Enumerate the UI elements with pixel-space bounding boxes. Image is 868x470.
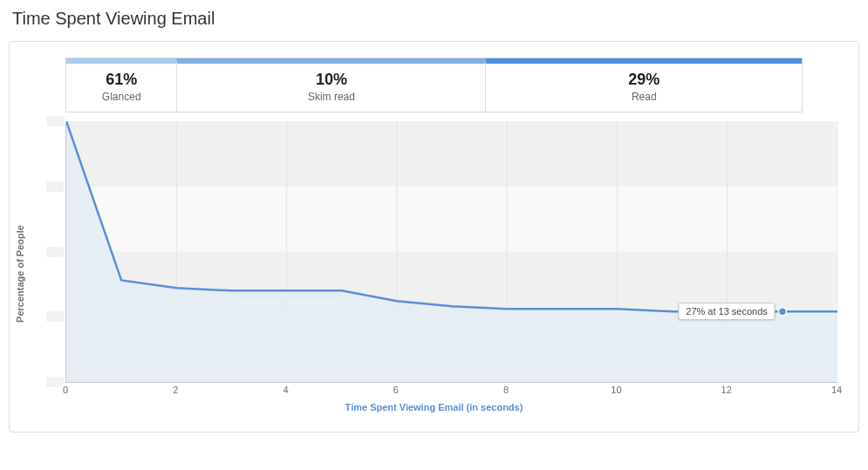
plot-region: 27% at 13 seconds bbox=[65, 121, 837, 383]
summary-pct: 29% bbox=[489, 71, 797, 89]
y-tick-stub bbox=[46, 247, 64, 257]
summary-cell-skim-read: 10%Skim read bbox=[176, 58, 485, 112]
summary-label: Read bbox=[489, 91, 797, 103]
summary-label: Glanced bbox=[70, 91, 173, 103]
x-tick: 0 bbox=[63, 385, 68, 395]
y-tick-stub bbox=[46, 311, 64, 322]
summary-label: Skim read bbox=[181, 91, 482, 103]
svg-rect-0 bbox=[66, 121, 837, 187]
summary-cell-glanced: 61%Glanced bbox=[66, 58, 176, 112]
y-tick-stub bbox=[46, 116, 64, 126]
engagement-summary: 61%Glanced10%Skim read29%Read bbox=[65, 58, 803, 112]
x-tick: 14 bbox=[831, 385, 842, 395]
x-tick: 10 bbox=[611, 385, 621, 395]
chart-panel: 61%Glanced10%Skim read29%Read Percentage… bbox=[9, 41, 859, 433]
y-tick-stub bbox=[46, 181, 64, 192]
summary-cell-read: 29%Read bbox=[485, 58, 801, 112]
svg-point-12 bbox=[778, 308, 786, 316]
x-tick: 4 bbox=[284, 385, 289, 395]
y-axis-title: Percentage of People bbox=[15, 225, 25, 323]
x-axis-title: Time Spent Viewing Email (in seconds) bbox=[25, 402, 843, 412]
x-axis-ticks: 02468101214 bbox=[65, 385, 837, 400]
page-title: Time Spent Viewing Email bbox=[0, 0, 868, 41]
y-tick-stub bbox=[46, 377, 64, 387]
data-point-tooltip: 27% at 13 seconds bbox=[678, 303, 776, 320]
svg-rect-1 bbox=[66, 187, 837, 252]
x-tick: 12 bbox=[721, 385, 732, 395]
summary-pct: 10% bbox=[181, 71, 482, 89]
x-tick: 8 bbox=[503, 385, 509, 395]
chart-area: Percentage of People 27% at 13 seconds 0… bbox=[25, 121, 843, 426]
x-tick: 6 bbox=[393, 385, 399, 395]
summary-pct: 61% bbox=[70, 71, 173, 89]
x-tick: 2 bbox=[173, 385, 178, 395]
